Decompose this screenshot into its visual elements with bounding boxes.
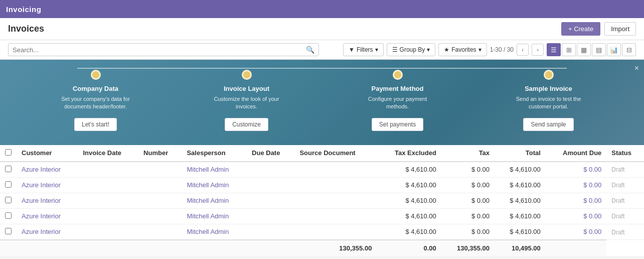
- row-amount-due: $ 0.00: [546, 162, 607, 178]
- row-checkbox[interactable]: [5, 228, 12, 234]
- table-row: Azure Interior Mitchell Admin $ 4,610.00…: [0, 177, 644, 193]
- row-salesperson: Mitchell Admin: [182, 177, 247, 193]
- row-amount-due: $ 0.00: [546, 208, 607, 224]
- step-button-payment[interactable]: Set payments: [372, 118, 423, 131]
- row-number: [138, 193, 182, 208]
- table-row: Azure Interior Mitchell Admin $ 4,610.00…: [0, 208, 644, 224]
- row-checkbox[interactable]: [5, 181, 12, 188]
- row-tax-excl: $ 4,610.00: [377, 177, 441, 193]
- row-tax: $ 0.00: [441, 193, 495, 208]
- kanban-view-button[interactable]: ⊞: [562, 43, 576, 56]
- groupby-label: Group By: [400, 46, 425, 53]
- col-invoice-date: Invoice Date: [78, 145, 138, 162]
- step-dot-layout: [242, 70, 252, 80]
- row-tax: $ 0.00: [441, 208, 495, 224]
- row-status: Draft: [606, 208, 644, 224]
- filters-button[interactable]: ▼ Filters ▾: [343, 43, 384, 56]
- step-button-sample[interactable]: Send sample: [523, 118, 573, 131]
- chart-view-button[interactable]: 📊: [607, 43, 621, 56]
- salesperson-link[interactable]: Mitchell Admin: [187, 166, 229, 173]
- row-checkbox-cell[interactable]: [0, 208, 17, 224]
- row-number: [138, 177, 182, 193]
- step-button-company[interactable]: Let's start!: [74, 118, 117, 131]
- salesperson-link[interactable]: Mitchell Admin: [187, 181, 229, 189]
- row-tax-excl: $ 4,610.00: [377, 224, 441, 240]
- row-amount-due: $ 0.00: [546, 224, 607, 240]
- status-badge: Draft: [611, 197, 624, 204]
- step-desc-sample: Send an invoice to test the customer por…: [509, 95, 589, 111]
- row-invoice-date: [78, 162, 138, 178]
- row-amount-due: $ 0.00: [546, 177, 607, 193]
- row-number: [138, 224, 182, 240]
- header-row: Customer Invoice Date Number Salesperson…: [0, 145, 644, 162]
- select-all-header[interactable]: [0, 145, 17, 162]
- row-checkbox[interactable]: [5, 197, 12, 203]
- favorites-button[interactable]: ★ Favorites ▾: [438, 43, 487, 56]
- step-invoice-layout: Invoice Layout Customize the look of you…: [171, 70, 322, 131]
- col-number: Number: [138, 145, 182, 162]
- pivot-view-button[interactable]: ⊟: [622, 43, 636, 56]
- row-checkbox-cell[interactable]: [0, 177, 17, 193]
- status-badge: Draft: [611, 213, 624, 220]
- row-checkbox[interactable]: [5, 212, 12, 219]
- row-tax: $ 0.00: [441, 224, 495, 240]
- col-status: Status: [606, 145, 644, 162]
- next-page-button[interactable]: ›: [532, 44, 544, 56]
- customer-link[interactable]: Azure Interior: [22, 228, 61, 235]
- row-salesperson: Mitchell Admin: [182, 224, 247, 240]
- table-body: Azure Interior Mitchell Admin $ 4,610.00…: [0, 162, 644, 240]
- col-amount-due: Amount Due: [546, 145, 607, 162]
- row-customer: Azure Interior: [17, 224, 78, 240]
- footer-amount-due: 10,495.00: [495, 240, 546, 256]
- row-invoice-date: [78, 193, 138, 208]
- row-due-date: [247, 224, 294, 240]
- row-status: Draft: [606, 193, 644, 208]
- groupby-button[interactable]: ☰ Group By ▾: [387, 43, 436, 56]
- page-title: Invoices: [8, 24, 44, 34]
- salesperson-link[interactable]: Mitchell Admin: [187, 197, 229, 204]
- table-row: Azure Interior Mitchell Admin $ 4,610.00…: [0, 162, 644, 178]
- banner-close-button[interactable]: ×: [634, 64, 639, 73]
- row-checkbox-cell[interactable]: [0, 193, 17, 208]
- row-total: $ 4,610.00: [495, 208, 546, 224]
- prev-page-button[interactable]: ‹: [517, 44, 529, 56]
- customer-link[interactable]: Azure Interior: [22, 181, 61, 189]
- import-button[interactable]: Import: [604, 22, 636, 36]
- row-invoice-date: [78, 208, 138, 224]
- col-tax-excluded: Tax Excluded: [377, 145, 441, 162]
- step-dot-sample: [544, 70, 554, 80]
- row-tax-excl: $ 4,610.00: [377, 208, 441, 224]
- toolbar: 🔍 ▼ Filters ▾ ☰ Group By ▾ ★ Favorites ▾…: [0, 40, 644, 60]
- row-checkbox-cell[interactable]: [0, 224, 17, 240]
- row-checkbox-cell[interactable]: [0, 162, 17, 178]
- salesperson-link[interactable]: Mitchell Admin: [187, 228, 229, 235]
- row-salesperson: Mitchell Admin: [182, 193, 247, 208]
- table-view-button[interactable]: ▤: [592, 43, 606, 56]
- star-icon: ★: [444, 46, 449, 53]
- step-desc-payment: Configure your payment methods.: [358, 95, 438, 111]
- step-company-data: Company Data Set your company's data for…: [20, 70, 171, 131]
- row-due-date: [247, 162, 294, 178]
- filters-label: Filters: [357, 46, 373, 53]
- step-payment-method: Payment Method Configure your payment me…: [322, 70, 473, 131]
- customer-link[interactable]: Azure Interior: [22, 212, 61, 220]
- step-progress-line: [77, 68, 567, 69]
- customer-link[interactable]: Azure Interior: [22, 197, 61, 204]
- step-dot-company: [91, 70, 101, 80]
- row-total: $ 4,610.00: [495, 162, 546, 178]
- row-checkbox[interactable]: [5, 166, 12, 172]
- row-status: Draft: [606, 224, 644, 240]
- row-number: [138, 208, 182, 224]
- calendar-view-button[interactable]: ▦: [577, 43, 591, 56]
- row-source-doc: [294, 177, 377, 193]
- search-box[interactable]: 🔍: [8, 43, 319, 56]
- salesperson-link[interactable]: Mitchell Admin: [187, 212, 229, 220]
- table-row: Azure Interior Mitchell Admin $ 4,610.00…: [0, 193, 644, 208]
- create-button[interactable]: + Create: [561, 22, 600, 36]
- toolbar-right: ▼ Filters ▾ ☰ Group By ▾ ★ Favorites ▾ 1…: [343, 43, 636, 56]
- step-button-layout[interactable]: Customize: [225, 118, 268, 131]
- search-input[interactable]: [13, 46, 306, 54]
- list-view-button[interactable]: ☰: [547, 43, 561, 56]
- customer-link[interactable]: Azure Interior: [22, 166, 61, 173]
- select-all-checkbox[interactable]: [5, 149, 12, 156]
